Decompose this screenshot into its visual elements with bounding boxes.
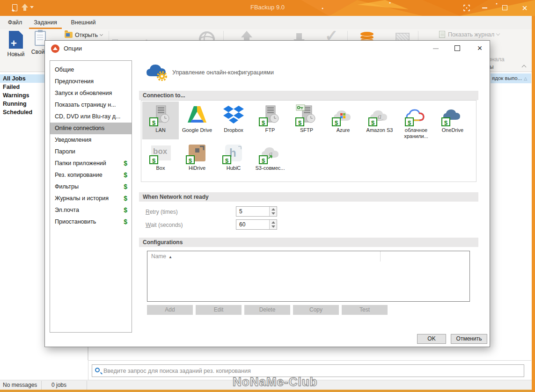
- search-icon: [95, 368, 100, 372]
- nav-show-page[interactable]: Показать страницу н...: [50, 99, 132, 111]
- paid-badge-icon: [259, 117, 268, 126]
- service-hubic[interactable]: h HubiC: [215, 139, 252, 171]
- ribbon-group-label-fragment: ы: [490, 64, 494, 70]
- service-label: FTP: [252, 127, 288, 133]
- nav-preferences[interactable]: Предпочтения: [50, 76, 132, 87]
- paid-badge-icon: [222, 155, 231, 164]
- spin-up-icon: [271, 221, 275, 224]
- service-label: Box: [142, 165, 179, 171]
- retry-label: Retry (times): [146, 209, 178, 215]
- focus-icon[interactable]: [463, 5, 470, 11]
- paid-badge-icon: [441, 117, 450, 126]
- google-cloud-icon: [405, 104, 427, 126]
- service-azure[interactable]: Azure: [325, 102, 361, 139]
- retry-spinner[interactable]: 5: [236, 206, 277, 217]
- service-label: HubiC: [215, 165, 252, 171]
- service-label: Azure: [325, 127, 361, 133]
- open-dropdown-icon: [100, 33, 103, 36]
- service-sftp[interactable]: SFTP: [288, 102, 325, 139]
- service-cloud-storage[interactable]: облачное хранили...: [398, 102, 434, 139]
- minimize-button[interactable]: [476, 0, 492, 16]
- paid-badge-icon: [368, 117, 377, 126]
- fbackup-logo-icon: [51, 44, 59, 53]
- nav-startup-updates[interactable]: Запуск и обновления: [50, 87, 132, 99]
- service-box[interactable]: box Box: [142, 139, 179, 171]
- jobs-column-label-fragment: ядок выпо...: [492, 75, 522, 81]
- column-divider: [380, 251, 381, 261]
- options-nav-list: Общие Предпочтения Запуск и обновления П…: [50, 60, 132, 333]
- tab-view[interactable]: Внешний вид: [66, 16, 101, 29]
- dialog-maximize-button[interactable]: [451, 43, 463, 54]
- svg-text:box: box: [153, 147, 168, 156]
- show-journal-label: Показать журнал: [448, 31, 494, 38]
- sftp-server-icon: [295, 104, 318, 126]
- service-hidrive[interactable]: HiDrive: [179, 139, 215, 171]
- dialog-heading: Управление онлайн-конфигурациями: [172, 69, 274, 76]
- dialog-minimize-button[interactable]: [430, 43, 442, 54]
- paid-badge-icon: [259, 155, 268, 164]
- service-lan[interactable]: LAN: [142, 102, 179, 139]
- table-header-name[interactable]: Name: [147, 251, 469, 261]
- tab-file[interactable]: Файл: [5, 16, 25, 29]
- spin-down-icon: [271, 212, 275, 215]
- open-button[interactable]: Открыть: [65, 32, 103, 38]
- google-drive-icon: [186, 104, 208, 126]
- services-panel: LAN Google Drive Dropbox: [141, 100, 476, 182]
- nav-app-folders[interactable]: Папки приложений: [50, 158, 132, 169]
- new-job-button[interactable]: Новый: [4, 31, 28, 58]
- nav-backup[interactable]: Рез. копирование: [50, 169, 132, 181]
- open-label: Открыть: [75, 32, 98, 38]
- paid-badge-icon: [332, 117, 341, 126]
- service-s3-compatible[interactable]: a S3-совмес...: [252, 139, 288, 171]
- configurations-table[interactable]: Name: [147, 251, 470, 302]
- paid-badge-icon: [149, 117, 158, 126]
- service-label: облачное хранили...: [398, 127, 434, 139]
- watermark: NoNaMe-Club: [233, 375, 317, 389]
- service-amazon-s3[interactable]: a Amazon S3: [361, 102, 398, 139]
- options-dialog: Опции × Общие Предпочтения Запуск и обно…: [44, 40, 490, 347]
- spinner-buttons[interactable]: [269, 220, 277, 229]
- service-onedrive[interactable]: OneDrive: [434, 102, 471, 139]
- retry-value: 5: [239, 208, 242, 215]
- collapse-ribbon-icon[interactable]: [522, 65, 527, 70]
- dropbox-icon: [222, 104, 245, 126]
- nav-logs-history[interactable]: Журналы и история: [50, 193, 132, 204]
- add-button[interactable]: Add: [147, 305, 193, 315]
- nav-passwords[interactable]: Пароли: [50, 146, 132, 158]
- azure-cloud-icon: [332, 104, 354, 126]
- maximize-button[interactable]: [497, 0, 513, 16]
- ribbon-tabs: Файл Задания Внешний вид: [0, 16, 535, 29]
- lan-server-icon: [149, 104, 172, 126]
- copy-button[interactable]: Copy: [293, 305, 339, 315]
- nav-cd-dvd[interactable]: CD, DVD или Blu-ray д...: [50, 111, 132, 123]
- service-google-drive[interactable]: Google Drive: [179, 102, 215, 139]
- nav-filters[interactable]: Фильтры: [50, 181, 132, 193]
- nav-online-connections[interactable]: Online connections: [50, 123, 132, 134]
- close-button[interactable]: ×: [517, 0, 533, 16]
- sort-ascending-icon: [166, 253, 172, 260]
- nav-pause[interactable]: Приостановить: [50, 216, 132, 228]
- spinner-buttons[interactable]: [269, 207, 277, 216]
- test-button[interactable]: Test: [342, 305, 388, 315]
- ok-button[interactable]: OK: [417, 334, 446, 344]
- service-label: LAN: [142, 127, 179, 133]
- delete-button[interactable]: Delete: [244, 305, 290, 315]
- nav-notifications[interactable]: Уведомления: [50, 134, 132, 146]
- nav-general[interactable]: Общие: [50, 64, 132, 76]
- nav-email[interactable]: Эл.почта: [50, 204, 132, 216]
- section-configurations: Configurations: [139, 238, 478, 247]
- show-journal-button[interactable]: Показать журнал: [439, 31, 499, 38]
- service-ftp[interactable]: FTP: [252, 102, 288, 139]
- panel-divider: [88, 347, 88, 380]
- wait-spinner[interactable]: 60: [236, 219, 277, 230]
- statusbar-divider: [87, 381, 87, 390]
- dialog-close-button[interactable]: ×: [474, 43, 486, 54]
- edit-button[interactable]: Edit: [196, 305, 242, 315]
- service-dropbox[interactable]: Dropbox: [215, 102, 252, 139]
- jobs-column-header[interactable]: ядок выпо...: [491, 73, 531, 83]
- service-label: S3-совмес...: [252, 165, 288, 171]
- cancel-button[interactable]: Отменить: [451, 334, 487, 344]
- paid-badge-icon: [149, 155, 158, 164]
- service-label: Amazon S3: [361, 127, 398, 133]
- tab-jobs[interactable]: Задания: [29, 16, 62, 29]
